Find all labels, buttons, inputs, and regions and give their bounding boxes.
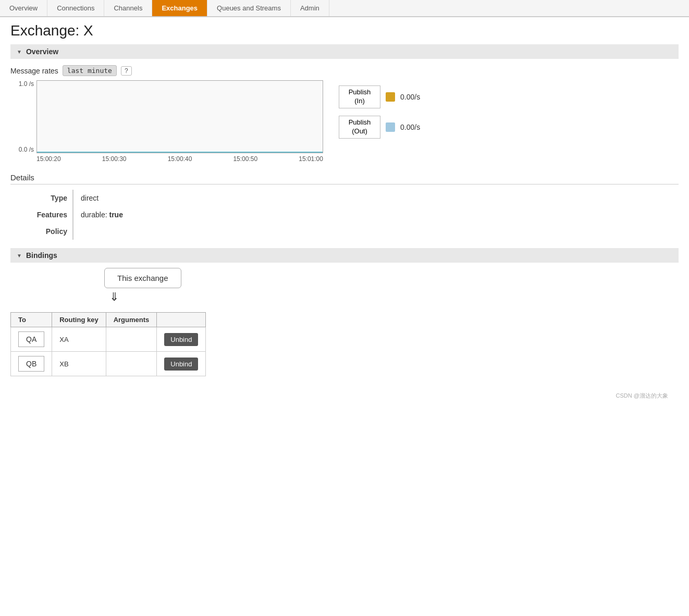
binding-to-qa: QA <box>11 327 52 352</box>
unbind-qa-button[interactable]: Unbind <box>164 333 198 346</box>
down-arrow-icon: ⇓ <box>109 290 119 304</box>
unbind-qb-button[interactable]: Unbind <box>164 358 198 371</box>
col-routing-key: Routing key <box>52 313 106 327</box>
bindings-diagram: This exchange ⇓ <box>104 268 679 304</box>
col-to: To <box>11 313 52 327</box>
overview-section-header[interactable]: ▼ Overview <box>10 44 679 59</box>
details-label-features: Features <box>10 206 73 223</box>
publish-in-button[interactable]: Publish(In) <box>339 85 380 108</box>
help-badge[interactable]: ? <box>121 66 132 76</box>
binding-action-qb: Unbind <box>157 352 206 376</box>
chart-y-bottom: 0.0 /s <box>10 146 34 153</box>
publish-out-color <box>386 122 395 132</box>
binding-routing-key-xa: XA <box>52 327 106 352</box>
queue-box-qa: QA <box>18 331 44 347</box>
binding-action-qa: Unbind <box>157 327 206 352</box>
chart-blue-line <box>37 152 323 153</box>
durable-value: true <box>109 211 122 219</box>
bindings-table-header-row: To Routing key Arguments <box>11 313 206 327</box>
overview-collapse-arrow: ▼ <box>17 49 22 55</box>
tab-queues-and-streams[interactable]: Queues and Streams <box>207 0 291 16</box>
chart-area: 1.0 /s 0.0 /s 15:00:20 15:00:30 15:00:40… <box>10 80 323 163</box>
details-title: Details <box>10 173 679 184</box>
tab-channels[interactable]: Channels <box>104 0 152 16</box>
message-rates-row: Message rates last minute ? <box>10 65 679 76</box>
bindings-section-label: Bindings <box>26 251 57 260</box>
chart-y-labels: 1.0 /s 0.0 /s <box>10 80 34 153</box>
binding-row-qa: QA XA Unbind <box>11 327 206 352</box>
publish-in-value: 0.00/s <box>400 93 420 101</box>
publish-in-color <box>386 92 395 102</box>
tab-admin[interactable]: Admin <box>291 0 329 16</box>
chart-x-label-0: 15:00:20 <box>36 155 61 163</box>
col-arguments: Arguments <box>106 313 157 327</box>
top-navigation: Overview Connections Channels Exchanges … <box>0 0 689 17</box>
tab-overview[interactable]: Overview <box>0 0 47 16</box>
legend-item-publish-in: Publish(In) 0.00/s <box>339 85 420 108</box>
watermark: CSDN @溜达的大象 <box>10 392 679 400</box>
binding-to-qb: QB <box>11 352 52 376</box>
chart-x-label-3: 15:00:50 <box>233 155 257 163</box>
details-row-features: Features durable: true <box>10 206 679 223</box>
bindings-table: To Routing key Arguments QA XA Unbind <box>10 312 206 376</box>
message-rates-label: Message rates <box>10 67 58 75</box>
details-label-policy: Policy <box>10 223 73 240</box>
binding-arguments-qb <box>106 352 157 376</box>
tab-exchanges[interactable]: Exchanges <box>152 0 207 16</box>
details-value-type: direct <box>73 190 679 206</box>
publish-out-button[interactable]: Publish(Out) <box>339 116 380 139</box>
details-table: Type direct Features durable: true Polic… <box>10 190 679 240</box>
queue-box-qb: QB <box>18 356 44 372</box>
col-actions <box>157 313 206 327</box>
details-row-type: Type direct <box>10 190 679 206</box>
bindings-section-header[interactable]: ▼ Bindings <box>10 248 679 263</box>
durable-label: durable: <box>81 211 107 219</box>
chart-y-top: 1.0 /s <box>10 80 34 88</box>
details-row-policy: Policy <box>10 223 679 240</box>
binding-row-qb: QB XB Unbind <box>11 352 206 376</box>
chart-x-label-1: 15:00:30 <box>102 155 127 163</box>
this-exchange-box: This exchange <box>104 268 181 288</box>
binding-routing-key-xb: XB <box>52 352 106 376</box>
chart-container: 1.0 /s 0.0 /s 15:00:20 15:00:30 15:00:40… <box>10 80 679 163</box>
overview-section-label: Overview <box>26 47 58 56</box>
tab-connections[interactable]: Connections <box>47 0 104 16</box>
chart-x-labels: 15:00:20 15:00:30 15:00:40 15:00:50 15:0… <box>36 153 323 163</box>
details-value-features: durable: true <box>73 206 679 223</box>
binding-arguments-qa <box>106 327 157 352</box>
bindings-collapse-arrow: ▼ <box>17 253 22 258</box>
publish-out-value: 0.00/s <box>400 123 420 131</box>
details-label-type: Type <box>10 190 73 206</box>
legend-item-publish-out: Publish(Out) 0.00/s <box>339 116 420 139</box>
chart-box <box>36 80 323 153</box>
page-title: Exchange: X <box>10 22 679 39</box>
bindings-section: This exchange ⇓ To Routing key Arguments… <box>10 268 679 376</box>
chart-legend: Publish(In) 0.00/s Publish(Out) 0.00/s <box>339 85 420 139</box>
details-value-policy <box>73 223 679 240</box>
details-section: Details Type direct Features durable: tr… <box>10 173 679 240</box>
chart-x-label-2: 15:00:40 <box>168 155 192 163</box>
page-content: Exchange: X ▼ Overview Message rates las… <box>0 17 689 405</box>
chart-x-label-4: 15:01:00 <box>299 155 323 163</box>
last-minute-badge[interactable]: last minute <box>63 65 117 76</box>
